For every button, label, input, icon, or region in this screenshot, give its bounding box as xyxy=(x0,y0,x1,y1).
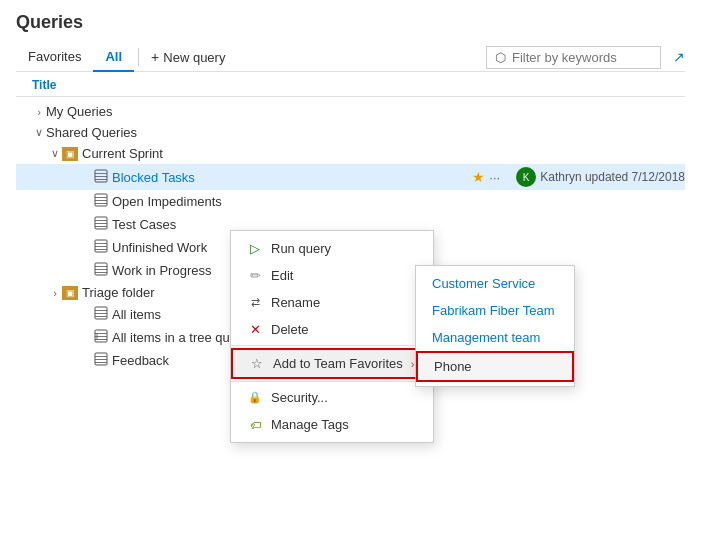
manage-tags-label: Manage Tags xyxy=(271,417,349,432)
edit-icon: ✏ xyxy=(247,268,263,283)
menu-item-manage-tags[interactable]: 🏷 Manage Tags xyxy=(231,411,433,438)
management-team-label: Management team xyxy=(432,330,540,345)
svg-rect-0 xyxy=(95,170,107,182)
blocked-tasks-label[interactable]: Blocked Tasks xyxy=(112,170,472,185)
menu-item-rename[interactable]: ⇄ Rename xyxy=(231,289,433,316)
expand-icon[interactable]: ↗ xyxy=(673,49,685,65)
row-label: Shared Queries xyxy=(46,125,685,140)
submenu-item-management-team[interactable]: Management team xyxy=(416,324,574,351)
star-icon[interactable]: ★ xyxy=(472,169,485,185)
query-icon xyxy=(94,239,108,256)
row-label: Open Impediments xyxy=(112,194,685,209)
rename-label: Rename xyxy=(271,295,320,310)
svg-rect-4 xyxy=(95,194,107,206)
menu-item-delete[interactable]: ✕ Delete xyxy=(231,316,433,343)
tab-divider xyxy=(138,48,139,66)
customer-service-label: Customer Service xyxy=(432,276,535,291)
chevron-icon: ∨ xyxy=(32,126,46,139)
updated-info: K Kathryn updated 7/12/2018 xyxy=(516,167,685,187)
filter-icon: ⬡ xyxy=(495,50,506,65)
menu-item-run-query[interactable]: ▷ Run query xyxy=(231,235,433,262)
tree-row-shared-queries[interactable]: ∨ Shared Queries xyxy=(16,122,685,143)
chevron-icon: › xyxy=(48,287,62,299)
row-label: My Queries xyxy=(46,104,685,119)
tabs-bar: Favorites All + New query ⬡ ↗ xyxy=(16,43,685,72)
query-icon xyxy=(94,262,108,279)
svg-rect-8 xyxy=(95,217,107,229)
security-icon: 🔒 xyxy=(247,391,263,404)
fabrikam-fiber-team-label: Fabrikam Fiber Team xyxy=(432,303,555,318)
folder-icon: ▣ xyxy=(62,286,78,300)
menu-divider xyxy=(231,345,433,346)
chevron-icon: › xyxy=(32,106,46,118)
updated-text: Kathryn updated 7/12/2018 xyxy=(540,170,685,184)
svg-rect-20 xyxy=(95,307,107,319)
submenu-chevron-icon: › xyxy=(411,358,415,370)
tree-row-current-sprint[interactable]: ∨ ▣ Current Sprint xyxy=(16,143,685,164)
more-icon[interactable]: ··· xyxy=(489,170,500,185)
delete-icon: ✕ xyxy=(247,322,263,337)
chevron-icon: ∨ xyxy=(48,147,62,160)
avatar: K xyxy=(516,167,536,187)
phone-label: Phone xyxy=(434,359,472,374)
tree-row-open-impediments[interactable]: Open Impediments xyxy=(16,190,685,213)
menu-item-edit[interactable]: ✏ Edit xyxy=(231,262,433,289)
run-query-label: Run query xyxy=(271,241,331,256)
svg-rect-16 xyxy=(95,263,107,275)
menu-item-add-to-team-favorites[interactable]: ☆ Add to Team Favorites › xyxy=(231,348,433,379)
plus-icon: + xyxy=(151,49,159,65)
query-icon xyxy=(94,306,108,323)
favorites-icon: ☆ xyxy=(249,356,265,371)
edit-label: Edit xyxy=(271,268,293,283)
tree-row-blocked-tasks[interactable]: Blocked Tasks ★ ··· K Kathryn updated 7/… xyxy=(16,164,685,190)
submenu-item-customer-service[interactable]: Customer Service xyxy=(416,270,574,297)
tree-row-my-queries[interactable]: › My Queries xyxy=(16,101,685,122)
svg-rect-12 xyxy=(95,240,107,252)
query-icon xyxy=(94,193,108,210)
row-label: Current Sprint xyxy=(82,146,685,161)
rename-icon: ⇄ xyxy=(247,296,263,309)
folder-icon: ▣ xyxy=(62,147,78,161)
add-to-team-favorites-label: Add to Team Favorites xyxy=(273,356,403,371)
tab-all[interactable]: All xyxy=(93,43,134,72)
new-query-label: New query xyxy=(163,50,225,65)
svg-rect-29 xyxy=(95,353,107,365)
new-query-button[interactable]: + New query xyxy=(143,43,233,71)
filter-input[interactable] xyxy=(512,50,652,65)
submenu: Customer Service Fabrikam Fiber Team Man… xyxy=(415,265,575,387)
submenu-item-phone[interactable]: Phone xyxy=(416,351,574,382)
tags-icon: 🏷 xyxy=(247,419,263,431)
submenu-item-fabrikam-fiber-team[interactable]: Fabrikam Fiber Team xyxy=(416,297,574,324)
menu-divider-2 xyxy=(231,381,433,382)
menu-item-security[interactable]: 🔒 Security... xyxy=(231,384,433,411)
filter-input-wrap[interactable]: ⬡ xyxy=(486,46,661,69)
query-tree-icon xyxy=(94,329,108,346)
tab-favorites[interactable]: Favorites xyxy=(16,43,93,72)
delete-label: Delete xyxy=(271,322,309,337)
query-icon xyxy=(94,216,108,233)
run-query-icon: ▷ xyxy=(247,241,263,256)
filter-box: ⬡ ↗ xyxy=(486,46,685,69)
query-icon xyxy=(94,352,108,369)
page-title: Queries xyxy=(16,12,685,33)
context-menu: ▷ Run query ✏ Edit ⇄ Rename ✕ Delete ☆ A… xyxy=(230,230,434,443)
table-header: Title xyxy=(16,72,685,97)
security-label: Security... xyxy=(271,390,328,405)
query-icon xyxy=(94,169,108,186)
